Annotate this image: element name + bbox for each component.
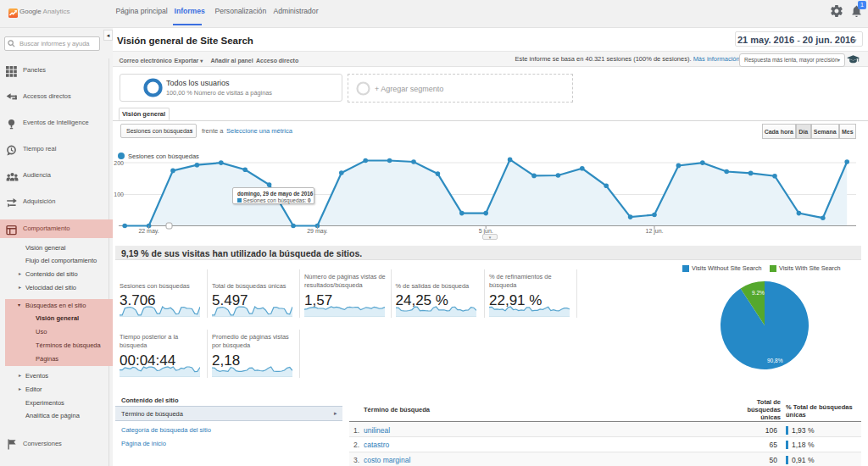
svg-text:90,8%: 90,8%	[767, 358, 783, 363]
svg-text:9.2%: 9.2%	[752, 290, 765, 296]
